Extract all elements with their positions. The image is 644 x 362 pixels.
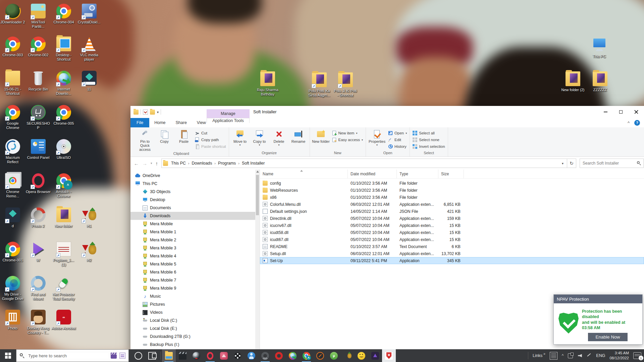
breadcrumb-separator-icon[interactable]: › (214, 161, 216, 165)
desktop-icon-raju-sharma-birthday[interactable]: Raju Sharma Birthday (255, 70, 280, 97)
taskbar-sphere-button[interactable] (190, 349, 203, 362)
column-header-date-modified[interactable]: Date modified (348, 170, 397, 178)
tree-item-3d-objects[interactable]: 3D Objects (130, 188, 255, 196)
start-button[interactable] (0, 349, 16, 362)
taskbar-purpleapp-button[interactable] (368, 349, 382, 362)
ribbon-easy-access-button[interactable]: Easy access▾ (331, 137, 365, 143)
taskbar-search[interactable] (16, 349, 129, 362)
document-badge-icon[interactable] (119, 353, 125, 359)
ribbon-open-button[interactable]: Open▾ (387, 130, 408, 136)
desktop-icon-crystaldiski[interactable]: ↗CrystalDiskI... (77, 3, 102, 24)
file-row-icudt67-dll[interactable]: icudt67.dll05/07/2022 10:04 AMApplicatio… (260, 236, 644, 243)
desktop-icon-adobe-acrobat[interactable]: ↗Adobe Acrobat (51, 309, 76, 330)
desktop-icon-h1[interactable]: ↗H1 (77, 206, 102, 228)
desktop-icon-ultraiso[interactable]: ↗UltraISO (51, 138, 76, 160)
close-button[interactable] (629, 106, 644, 118)
movie-maker-icon[interactable] (111, 353, 117, 359)
notification-center-icon[interactable]: 1 (633, 352, 641, 359)
desktop-icon-polu-potti-ka-sirsa-aagm[interactable]: ↗Polu Potti Ka Sirsa Aagm... (307, 71, 332, 98)
new-folder-icon[interactable] (150, 110, 155, 115)
desktop-icon-donkey-kong-country-t[interactable]: ↗Donkey Kong Country - T... (26, 309, 51, 335)
tree-item-desktop[interactable]: Desktop (130, 196, 255, 204)
desktop-icon-chrome-004[interactable]: ↗Chrome-004 (51, 3, 76, 24)
search-box[interactable] (580, 159, 644, 168)
desktop-icon-d[interactable]: ↗d (0, 206, 25, 228)
desktop-icon-jdownloader-2[interactable]: ↗JDownloader 2 (0, 3, 25, 24)
ribbon-paste-shortcut-button[interactable]: Paste shortcut (194, 143, 227, 149)
taskbar-taskview-button[interactable] (145, 349, 159, 362)
refresh-icon[interactable]: ↻ (567, 159, 576, 168)
ribbon-copy-to-button[interactable]: Copy to▾ (250, 129, 269, 147)
desktop-icon-macrium-reflect[interactable]: ↗Macrium Reflect (0, 138, 25, 164)
breadcrumb-downloads[interactable]: Downloads (190, 161, 214, 166)
ribbon-new-folder-button[interactable]: New folder (311, 129, 331, 143)
maximize-button[interactable] (613, 106, 629, 118)
desktop-icon-opera-browser[interactable]: ↗Opera Browser (26, 172, 51, 194)
back-icon[interactable]: ← (134, 161, 139, 166)
tab-share[interactable]: Share (171, 118, 192, 127)
speaker-icon[interactable] (577, 353, 582, 358)
ribbon-new-item-button[interactable]: New item▾ (331, 130, 365, 136)
desktop-icon-chrome-001[interactable]: ↗Chrome-001 (0, 241, 25, 262)
desktop-icon-chrome-005[interactable]: ↗Chrome-005 (51, 104, 76, 126)
desktop-icon-secureshop[interactable]: ↗SECURESHOP (26, 104, 51, 130)
breadcrumb-soft-installer[interactable]: Soft Installer (240, 161, 266, 166)
desktop-icon-amitabh-chrome[interactable]: A↗Amitabh - Chrome (51, 172, 76, 198)
breadcrumb-this-pc[interactable]: This PC (169, 161, 187, 166)
search-input[interactable] (582, 161, 635, 166)
ribbon-edit-button[interactable]: Edit (387, 137, 408, 143)
desktop-icon-this-pc[interactable]: This PC (587, 37, 612, 59)
desktop-icon-photo-2[interactable]: ↗Photo 2 (26, 206, 51, 228)
folder-icon[interactable] (133, 110, 139, 115)
snip-tray-icon[interactable] (568, 353, 573, 358)
taskbar-pinkapp-button[interactable] (217, 349, 231, 362)
taskbar-opera-button[interactable] (203, 349, 217, 362)
ribbon-pin-to-quick-access-button[interactable]: Pin to Quick access (135, 129, 155, 152)
desktop-icon-15-06-21-shortcut[interactable]: ↗15-06-21 - Shortcut (0, 70, 25, 96)
enable-now-button[interactable]: Enable Now (588, 333, 628, 341)
ribbon-select-all-button[interactable]: Select all (411, 130, 446, 136)
desktop-icon-polu-ji-ki-poti-shortcut[interactable]: ↗Polu Ji Ki Poti - Shortcut (333, 71, 358, 98)
desktop-icon-w[interactable]: ↗W (26, 241, 51, 262)
desktop-icon-pngitem-1-1[interactable]: ↗PngItem_1... (1) (51, 241, 76, 267)
quick-access-toolbar[interactable]: ▾ (130, 109, 161, 115)
breadcrumb-separator-icon[interactable]: › (238, 161, 239, 165)
tree-item-mera-mobile-4[interactable]: Mera Mobile 4 (130, 252, 255, 260)
column-header-size[interactable]: Size (438, 170, 464, 178)
desktop-icon-chrome-002[interactable]: ↗Chrome-002 (26, 36, 51, 57)
taskbar-reel-button[interactable] (231, 349, 245, 362)
hidden-icons-chevron-icon[interactable]: ^ (562, 353, 564, 358)
taskbar-idm-button[interactable] (286, 349, 300, 362)
desktop-icon-desktop-shortcut[interactable]: ↗Desktop - Shortcut (51, 36, 76, 62)
tree-item-mera-mobile-5[interactable]: Mera Mobile 5 (130, 260, 255, 268)
ribbon-delete-button[interactable]: Delete▾ (269, 129, 289, 147)
desktop-icon-minitool-partiti[interactable]: ↗MiniTool Partiti... (26, 3, 51, 29)
file-row-readme[interactable]: README01/10/2022 3:57 AMText Document6 K… (260, 243, 644, 250)
address-dropdown-icon[interactable]: ▾ (560, 162, 566, 165)
minimize-button[interactable] (598, 106, 613, 118)
clock[interactable]: 3:45 AM 08/12/2022 (609, 351, 629, 361)
tree-item-pictures[interactable]: Pictures (130, 300, 255, 308)
desktop-icon-my-drive-google-drive[interactable]: ↗My Drive - Google Drive (0, 275, 25, 301)
desktop-icon-vlc-media-player[interactable]: ↗VLC media player (77, 36, 102, 62)
column-header-name[interactable]: Name (260, 170, 348, 178)
tree-item-onedrive[interactable]: OneDrive (130, 172, 255, 180)
ribbon-properties-button[interactable]: Properties▾ (367, 129, 387, 147)
taskbar-ringapp-button[interactable] (258, 349, 272, 362)
desktop-icon-chrome-remo[interactable]: ↗Chrome Remo... (0, 172, 25, 198)
taskbar-pineapple-button[interactable] (341, 349, 355, 362)
file-row-webresources[interactable]: WebResources01/10/2022 3:56 AMFile folde… (260, 187, 644, 194)
desktop-icon-find-and-mount[interactable]: ↗Find and Mount (26, 275, 51, 301)
up-icon[interactable]: ↑ (156, 161, 158, 166)
ribbon-copy-path-button[interactable]: Copy path (194, 137, 227, 143)
file-row-icucnv67-dll[interactable]: icucnv67.dll05/07/2022 10:04 AMApplicati… (260, 222, 644, 229)
ribbon-invert-selection-button[interactable]: Invert selection (411, 143, 446, 149)
scroll-up-icon[interactable] (256, 171, 259, 173)
taskbar-compassapp-button[interactable] (313, 349, 327, 362)
file-row-default-settings-json[interactable]: Default settings.json14/05/2022 1:14 AMJ… (260, 208, 644, 215)
taskbar-personapp-button[interactable] (245, 349, 258, 362)
news-interest-icon[interactable] (550, 352, 557, 360)
tab-file[interactable]: File (130, 118, 149, 127)
ribbon-copy-button[interactable]: Copy (155, 129, 174, 143)
address-box[interactable]: This PC›Downloads›Programs›Soft Installe… (161, 159, 567, 168)
